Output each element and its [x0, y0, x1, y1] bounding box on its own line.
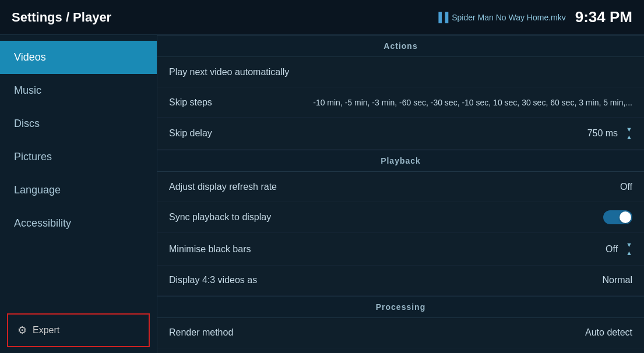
- row-label: Display 4:3 videos as: [169, 275, 257, 285]
- sidebar-spacer: [0, 240, 157, 308]
- sync-playback-toggle[interactable]: [603, 210, 632, 224]
- row-label: Sync playback to display: [169, 212, 271, 223]
- sidebar-item-accessibility[interactable]: Accessibility: [0, 207, 157, 240]
- page-title: Settings / Player: [12, 10, 111, 25]
- row-label: Minimise black bars: [169, 244, 251, 255]
- row-render-method[interactable]: Render method Auto detect: [157, 318, 644, 348]
- row-skip-delay[interactable]: Skip delay 750 ms ▼ ▲: [157, 118, 644, 150]
- sidebar-item-pictures[interactable]: Pictures: [0, 140, 157, 174]
- row-adjust-refresh[interactable]: Adjust display refresh rate Off: [157, 172, 644, 202]
- section-processing: Processing: [157, 296, 644, 318]
- sidebar-item-language[interactable]: Language: [0, 174, 157, 207]
- row-minimise-black-bars[interactable]: Minimise black bars Off ▼ ▲: [157, 233, 644, 265]
- row-label: Skip steps: [169, 97, 212, 108]
- row-value: 750 ms ▼ ▲: [587, 126, 632, 141]
- row-label: Adjust display refresh rate: [169, 182, 277, 192]
- row-value: Auto detect: [585, 327, 632, 338]
- row-value: Off: [620, 182, 632, 192]
- section-playback: Playback: [157, 150, 644, 172]
- minimise-black-bars-spinner[interactable]: ▼ ▲: [626, 241, 632, 256]
- arrow-up-icon[interactable]: ▲: [626, 249, 632, 257]
- arrow-down-icon[interactable]: ▼: [626, 241, 632, 249]
- now-playing-text: Spider Man No Way Home.mkv: [452, 13, 566, 22]
- row-label: Render method: [169, 327, 233, 338]
- arrow-up-icon[interactable]: ▲: [626, 133, 632, 141]
- row-play-next[interactable]: Play next video automatically: [157, 57, 644, 87]
- row-value: Off ▼ ▲: [606, 241, 632, 256]
- sidebar-item-music[interactable]: Music: [0, 74, 157, 107]
- section-actions: Actions: [157, 35, 644, 57]
- sidebar-item-discs[interactable]: Discs: [0, 107, 157, 140]
- skip-delay-value: 750 ms: [587, 128, 618, 139]
- main-content: Actions Play next video automatically Sk…: [157, 35, 644, 353]
- header-right: ▐▐ Spider Man No Way Home.mkv 9:34 PM: [435, 8, 632, 26]
- layout: Videos Music Discs Pictures Language Acc…: [0, 35, 644, 353]
- clock: 9:34 PM: [575, 8, 632, 26]
- row-label: Skip delay: [169, 128, 212, 139]
- expert-label: Expert: [33, 325, 59, 336]
- sidebar-item-videos[interactable]: Videos: [0, 41, 157, 74]
- sidebar: Videos Music Discs Pictures Language Acc…: [0, 35, 157, 353]
- row-label: Play next video automatically: [169, 67, 289, 77]
- row-sync-playback[interactable]: Sync playback to display: [157, 202, 644, 233]
- arrow-down-icon[interactable]: ▼: [626, 126, 632, 133]
- row-skip-steps[interactable]: Skip steps -10 min, -5 min, -3 min, -60 …: [157, 87, 644, 118]
- toggle-knob: [620, 211, 631, 223]
- row-display-43[interactable]: Display 4:3 videos as Normal: [157, 266, 644, 296]
- gear-icon: ⚙: [17, 324, 27, 337]
- skip-steps-value: -10 min, -5 min, -3 min, -60 sec, -30 se…: [313, 98, 632, 107]
- minimise-black-bars-value: Off: [606, 244, 618, 255]
- now-playing: ▐▐ Spider Man No Way Home.mkv: [435, 12, 566, 23]
- row-hq-scalers[interactable]: - Enable HQ scalers for scaling above 20…: [157, 348, 644, 353]
- film-icon: ▐▐: [435, 12, 449, 23]
- row-value: Normal: [602, 275, 632, 285]
- header: Settings / Player ▐▐ Spider Man No Way H…: [0, 0, 644, 35]
- expert-button[interactable]: ⚙ Expert: [7, 313, 150, 347]
- skip-delay-spinner[interactable]: ▼ ▲: [626, 126, 632, 141]
